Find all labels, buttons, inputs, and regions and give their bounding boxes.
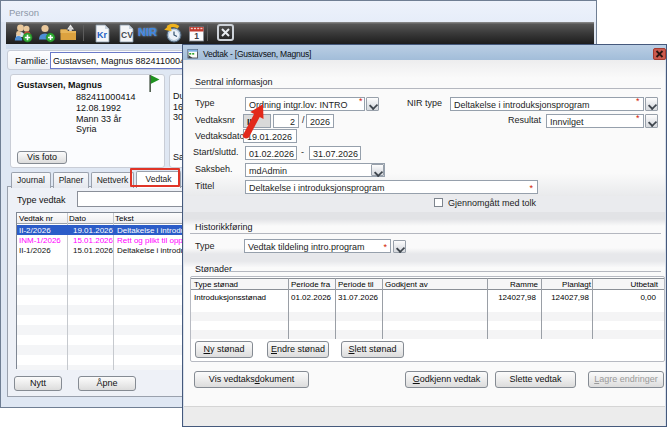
svg-text:Kr: Kr — [97, 30, 107, 40]
svg-text:1: 1 — [194, 31, 199, 41]
svg-text:CV: CV — [121, 30, 133, 40]
